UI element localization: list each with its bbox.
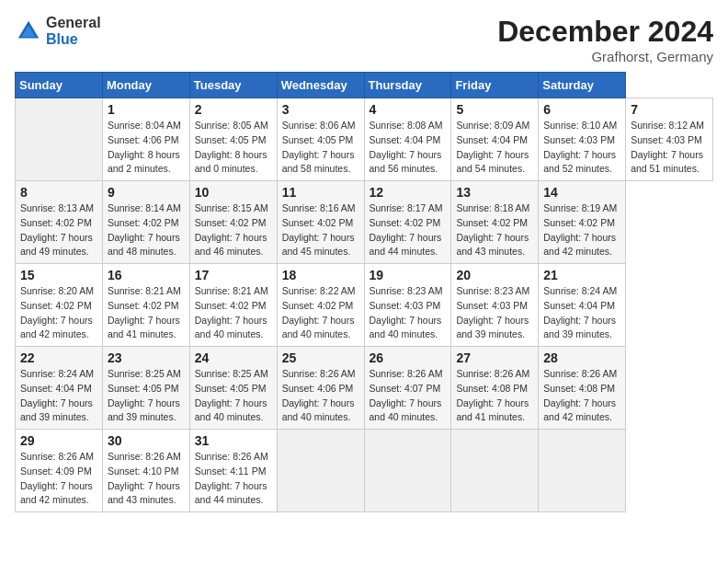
day-info: Sunrise: 8:16 AMSunset: 4:02 PMDaylight:…	[282, 201, 359, 259]
day-number: 25	[282, 350, 359, 365]
calendar-cell: 4Sunrise: 8:08 AMSunset: 4:04 PMDaylight…	[364, 98, 451, 181]
day-number: 23	[108, 350, 185, 365]
calendar-cell: 29Sunrise: 8:26 AMSunset: 4:09 PMDayligh…	[16, 430, 103, 512]
day-info: Sunrise: 8:26 AMSunset: 4:10 PMDaylight:…	[108, 450, 185, 508]
calendar-week-row: 22Sunrise: 8:24 AMSunset: 4:04 PMDayligh…	[16, 347, 713, 430]
calendar-cell: 23Sunrise: 8:25 AMSunset: 4:05 PMDayligh…	[102, 347, 189, 430]
day-number: 19	[370, 268, 447, 282]
calendar-cell: 16Sunrise: 8:21 AMSunset: 4:02 PMDayligh…	[102, 264, 189, 347]
day-info: Sunrise: 8:06 AMSunset: 4:05 PMDaylight:…	[282, 119, 359, 177]
calendar-header: SundayMondayTuesdayWednesdayThursdayFrid…	[16, 73, 713, 98]
day-number: 20	[456, 268, 533, 282]
calendar-cell	[451, 430, 539, 512]
day-info: Sunrise: 8:05 AMSunset: 4:05 PMDaylight:…	[195, 119, 272, 177]
logo-blue: Blue	[46, 31, 101, 48]
calendar-cell: 6Sunrise: 8:10 AMSunset: 4:03 PMDaylight…	[539, 98, 626, 181]
day-info: Sunrise: 8:26 AMSunset: 4:08 PMDaylight:…	[456, 367, 533, 425]
day-info: Sunrise: 8:10 AMSunset: 4:03 PMDaylight:…	[543, 119, 620, 177]
calendar-cell: 26Sunrise: 8:26 AMSunset: 4:07 PMDayligh…	[364, 347, 451, 430]
day-of-week-header: Thursday	[364, 73, 451, 98]
day-info: Sunrise: 8:12 AMSunset: 4:03 PMDaylight:…	[631, 119, 708, 177]
calendar-cell: 7Sunrise: 8:12 AMSunset: 4:03 PMDaylight…	[626, 98, 713, 181]
calendar-table: SundayMondayTuesdayWednesdayThursdayFrid…	[15, 72, 713, 512]
calendar-cell: 27Sunrise: 8:26 AMSunset: 4:08 PMDayligh…	[451, 347, 539, 430]
calendar-week-row: 8Sunrise: 8:13 AMSunset: 4:02 PMDaylight…	[16, 181, 713, 264]
calendar-cell: 14Sunrise: 8:19 AMSunset: 4:02 PMDayligh…	[539, 181, 626, 264]
day-number: 1	[108, 102, 185, 117]
calendar-cell	[16, 98, 103, 181]
day-number: 14	[543, 185, 620, 200]
day-info: Sunrise: 8:13 AMSunset: 4:02 PMDaylight:…	[20, 201, 97, 259]
day-number: 21	[543, 268, 620, 282]
calendar-cell	[277, 430, 364, 512]
calendar-cell: 22Sunrise: 8:24 AMSunset: 4:04 PMDayligh…	[16, 347, 103, 430]
day-number: 24	[195, 350, 272, 365]
calendar-body: 1Sunrise: 8:04 AMSunset: 4:06 PMDaylight…	[16, 98, 713, 512]
calendar-cell: 8Sunrise: 8:13 AMSunset: 4:02 PMDaylight…	[16, 181, 103, 264]
days-of-week-row: SundayMondayTuesdayWednesdayThursdayFrid…	[16, 73, 713, 98]
day-number: 10	[195, 185, 272, 200]
day-of-week-header: Friday	[451, 73, 539, 98]
day-info: Sunrise: 8:26 AMSunset: 4:06 PMDaylight:…	[282, 367, 359, 425]
day-info: Sunrise: 8:25 AMSunset: 4:05 PMDaylight:…	[108, 367, 185, 425]
calendar-cell: 10Sunrise: 8:15 AMSunset: 4:02 PMDayligh…	[189, 181, 277, 264]
day-of-week-header: Saturday	[539, 73, 626, 98]
day-info: Sunrise: 8:25 AMSunset: 4:05 PMDaylight:…	[195, 367, 272, 425]
day-number: 6	[543, 102, 620, 117]
calendar-cell: 9Sunrise: 8:14 AMSunset: 4:02 PMDaylight…	[102, 181, 189, 264]
day-of-week-header: Sunday	[16, 73, 103, 98]
day-number: 2	[195, 102, 272, 117]
calendar-cell: 13Sunrise: 8:18 AMSunset: 4:02 PMDayligh…	[451, 181, 539, 264]
calendar-cell	[539, 430, 626, 512]
day-number: 12	[370, 185, 447, 200]
day-number: 7	[631, 102, 708, 117]
day-number: 8	[20, 185, 97, 200]
day-info: Sunrise: 8:24 AMSunset: 4:04 PMDaylight:…	[543, 284, 620, 342]
calendar-cell: 21Sunrise: 8:24 AMSunset: 4:04 PMDayligh…	[539, 264, 626, 347]
calendar-week-row: 1Sunrise: 8:04 AMSunset: 4:06 PMDaylight…	[16, 98, 713, 181]
day-number: 15	[20, 268, 97, 282]
location: Grafhorst, Germany	[497, 49, 713, 64]
day-number: 28	[543, 350, 620, 365]
month-title: December 2024	[497, 15, 713, 49]
day-info: Sunrise: 8:23 AMSunset: 4:03 PMDaylight:…	[456, 284, 533, 342]
day-info: Sunrise: 8:19 AMSunset: 4:02 PMDaylight:…	[543, 201, 620, 259]
day-info: Sunrise: 8:21 AMSunset: 4:02 PMDaylight:…	[195, 284, 272, 342]
calendar-cell: 11Sunrise: 8:16 AMSunset: 4:02 PMDayligh…	[277, 181, 364, 264]
day-info: Sunrise: 8:15 AMSunset: 4:02 PMDaylight:…	[195, 201, 272, 259]
calendar-week-row: 29Sunrise: 8:26 AMSunset: 4:09 PMDayligh…	[16, 430, 713, 512]
day-info: Sunrise: 8:17 AMSunset: 4:02 PMDaylight:…	[370, 201, 447, 259]
day-info: Sunrise: 8:24 AMSunset: 4:04 PMDaylight:…	[20, 367, 97, 425]
day-number: 3	[282, 102, 359, 117]
day-of-week-header: Wednesday	[277, 73, 364, 98]
day-info: Sunrise: 8:09 AMSunset: 4:04 PMDaylight:…	[456, 119, 533, 177]
day-number: 26	[370, 350, 447, 365]
calendar-cell: 30Sunrise: 8:26 AMSunset: 4:10 PMDayligh…	[102, 430, 189, 512]
day-number: 13	[456, 185, 533, 200]
day-info: Sunrise: 8:21 AMSunset: 4:02 PMDaylight:…	[108, 284, 185, 342]
day-number: 31	[195, 433, 272, 448]
day-info: Sunrise: 8:22 AMSunset: 4:02 PMDaylight:…	[282, 284, 359, 342]
calendar-cell: 17Sunrise: 8:21 AMSunset: 4:02 PMDayligh…	[189, 264, 277, 347]
calendar-cell	[364, 430, 451, 512]
logo: General Blue	[15, 15, 101, 47]
calendar-week-row: 15Sunrise: 8:20 AMSunset: 4:02 PMDayligh…	[16, 264, 713, 347]
title-block: December 2024 Grafhorst, Germany	[497, 15, 713, 64]
day-number: 22	[20, 350, 97, 365]
day-number: 4	[370, 102, 447, 117]
page-header: General Blue December 2024 Grafhorst, Ge…	[15, 15, 713, 64]
day-of-week-header: Monday	[102, 73, 189, 98]
calendar-cell: 5Sunrise: 8:09 AMSunset: 4:04 PMDaylight…	[451, 98, 539, 181]
day-number: 16	[108, 268, 185, 282]
day-info: Sunrise: 8:08 AMSunset: 4:04 PMDaylight:…	[370, 119, 447, 177]
calendar-cell: 28Sunrise: 8:26 AMSunset: 4:08 PMDayligh…	[539, 347, 626, 430]
day-info: Sunrise: 8:26 AMSunset: 4:11 PMDaylight:…	[195, 450, 272, 508]
calendar-cell: 31Sunrise: 8:26 AMSunset: 4:11 PMDayligh…	[189, 430, 277, 512]
day-info: Sunrise: 8:26 AMSunset: 4:07 PMDaylight:…	[370, 367, 447, 425]
day-number: 11	[282, 185, 359, 200]
calendar-cell: 18Sunrise: 8:22 AMSunset: 4:02 PMDayligh…	[277, 264, 364, 347]
calendar-cell: 20Sunrise: 8:23 AMSunset: 4:03 PMDayligh…	[451, 264, 539, 347]
calendar-cell: 25Sunrise: 8:26 AMSunset: 4:06 PMDayligh…	[277, 347, 364, 430]
day-info: Sunrise: 8:04 AMSunset: 4:06 PMDaylight:…	[108, 119, 185, 177]
day-of-week-header: Tuesday	[189, 73, 277, 98]
